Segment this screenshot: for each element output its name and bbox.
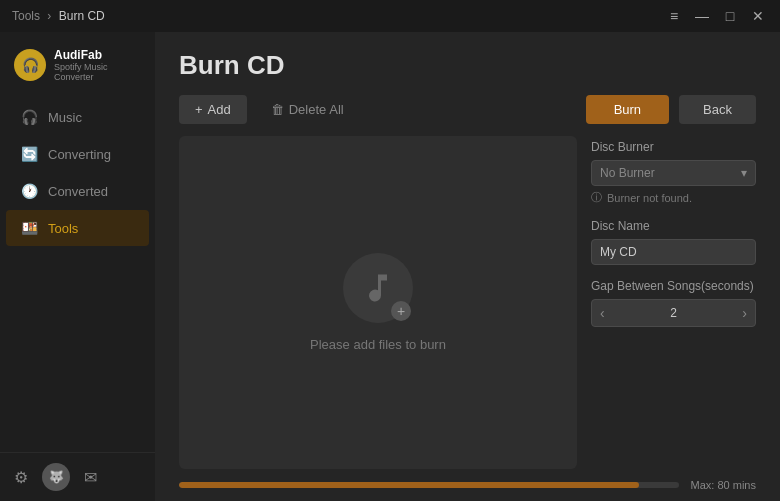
- back-button[interactable]: Back: [679, 95, 756, 124]
- chevron-down-icon: ▾: [741, 166, 747, 180]
- gap-label: Gap Between Songs(seconds): [591, 279, 756, 293]
- delete-all-button[interactable]: 🗑 Delete All: [257, 95, 358, 124]
- sidebar-label-tools: Tools: [48, 221, 78, 236]
- delete-label: Delete All: [289, 102, 344, 117]
- burner-hint: ⓘ Burner not found.: [591, 190, 756, 205]
- burn-button[interactable]: Burn: [586, 95, 669, 124]
- sidebar: 🎧 AudiFab Spotify Music Converter 🎧 Musi…: [0, 32, 155, 501]
- sidebar-nav: 🎧 Music 🔄 Converting 🕐 Converted 🍱 Tools: [0, 98, 155, 452]
- breadcrumb: Tools › Burn CD: [12, 9, 105, 23]
- breadcrumb-current: Burn CD: [59, 9, 105, 23]
- minimize-button[interactable]: —: [692, 6, 712, 26]
- logo-title: AudiFab: [54, 48, 141, 62]
- drop-text: Please add files to burn: [310, 337, 446, 352]
- drop-zone[interactable]: + Please add files to burn: [179, 136, 577, 469]
- disc-name-label: Disc Name: [591, 219, 756, 233]
- page-title: Burn CD: [179, 50, 756, 81]
- breadcrumb-tools: Tools: [12, 9, 40, 23]
- music-file-icon: [360, 270, 396, 306]
- gap-stepper: ‹ 2 ›: [591, 299, 756, 327]
- progress-fill: [179, 482, 639, 488]
- sidebar-label-music: Music: [48, 110, 82, 125]
- stepper-decrement[interactable]: ‹: [600, 305, 605, 321]
- progress-label: Max: 80 mins: [691, 479, 756, 491]
- avatar[interactable]: 🐺: [42, 463, 70, 491]
- converting-icon: 🔄: [20, 146, 38, 162]
- disc-burner-label: Disc Burner: [591, 140, 756, 154]
- page-header: Burn CD: [155, 32, 780, 95]
- logo-subtitle: Spotify Music Converter: [54, 62, 141, 82]
- sidebar-item-converted[interactable]: 🕐 Converted: [6, 173, 149, 209]
- logo-text: AudiFab Spotify Music Converter: [54, 48, 141, 82]
- content-area: Burn CD + Add 🗑 Delete All Burn Back: [155, 32, 780, 501]
- breadcrumb-sep: ›: [47, 9, 51, 23]
- gap-value: 2: [670, 306, 677, 320]
- burner-hint-text: Burner not found.: [607, 192, 692, 204]
- body-area: + Please add files to burn Disc Burner N…: [155, 136, 780, 469]
- gap-section: Gap Between Songs(seconds) ‹ 2 ›: [591, 279, 756, 327]
- disc-burner-value: No Burner: [600, 166, 655, 180]
- add-label: Add: [208, 102, 231, 117]
- add-icon: +: [195, 102, 203, 117]
- sidebar-item-tools[interactable]: 🍱 Tools: [6, 210, 149, 246]
- close-button[interactable]: ✕: [748, 6, 768, 26]
- maximize-button[interactable]: □: [720, 6, 740, 26]
- logo-icon: 🎧: [14, 49, 46, 81]
- converted-icon: 🕐: [20, 183, 38, 199]
- disc-burner-section: Disc Burner No Burner ▾ ⓘ Burner not fou…: [591, 140, 756, 205]
- sidebar-footer: ⚙ 🐺 ✉: [0, 452, 155, 501]
- progress-area: Max: 80 mins: [155, 469, 780, 501]
- toolbar: + Add 🗑 Delete All Burn Back: [155, 95, 780, 136]
- title-bar: Tools › Burn CD ≡ — □ ✕: [0, 0, 780, 32]
- menu-button[interactable]: ≡: [664, 6, 684, 26]
- drop-icon: +: [343, 253, 413, 323]
- delete-icon: 🗑: [271, 102, 284, 117]
- window-controls: ≡ — □ ✕: [664, 6, 768, 26]
- add-button[interactable]: + Add: [179, 95, 247, 124]
- disc-name-input[interactable]: [591, 239, 756, 265]
- music-icon: 🎧: [20, 109, 38, 125]
- disc-burner-select[interactable]: No Burner ▾: [591, 160, 756, 186]
- sidebar-label-converted: Converted: [48, 184, 108, 199]
- tools-icon: 🍱: [20, 220, 38, 236]
- sidebar-item-converting[interactable]: 🔄 Converting: [6, 136, 149, 172]
- email-icon[interactable]: ✉: [84, 468, 97, 487]
- stepper-increment[interactable]: ›: [742, 305, 747, 321]
- sidebar-label-converting: Converting: [48, 147, 111, 162]
- info-icon: ⓘ: [591, 190, 602, 205]
- app-logo: 🎧 AudiFab Spotify Music Converter: [0, 40, 155, 98]
- main-layout: 🎧 AudiFab Spotify Music Converter 🎧 Musi…: [0, 32, 780, 501]
- side-panel: Disc Burner No Burner ▾ ⓘ Burner not fou…: [591, 136, 756, 469]
- progress-track: [179, 482, 679, 488]
- sidebar-item-music[interactable]: 🎧 Music: [6, 99, 149, 135]
- disc-name-section: Disc Name: [591, 219, 756, 265]
- plus-icon: +: [391, 301, 411, 321]
- settings-icon[interactable]: ⚙: [14, 468, 28, 487]
